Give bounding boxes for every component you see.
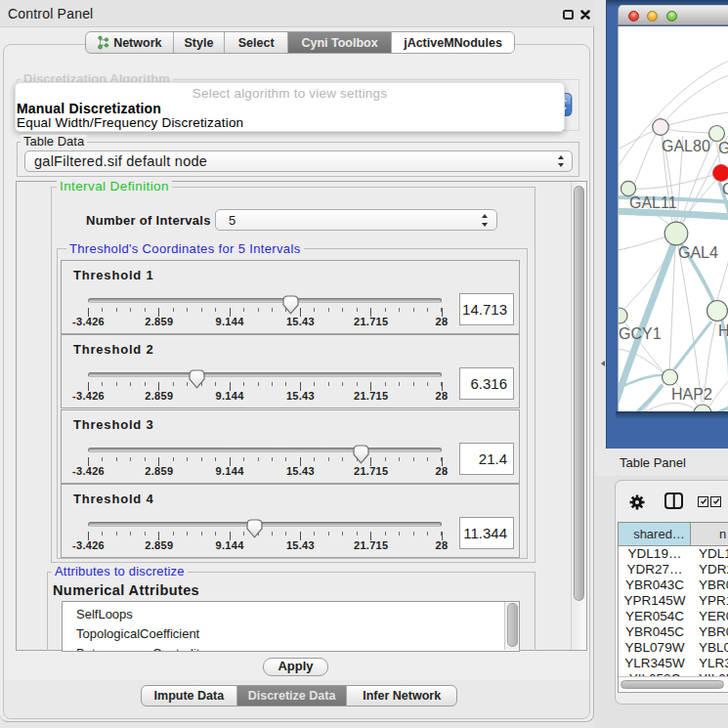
svg-text:GAL11: GAL11 (629, 194, 677, 211)
svg-text:HAP2: HAP2 (671, 386, 712, 403)
svg-text:CY: CY (722, 181, 728, 197)
svg-text:GAL4: GAL4 (678, 244, 718, 261)
svg-text:HIS: HIS (718, 322, 728, 339)
svg-text:GAL80: GAL80 (662, 138, 710, 154)
svg-text:GAL: GAL (718, 140, 728, 156)
svg-text:GCY1: GCY1 (619, 325, 662, 342)
